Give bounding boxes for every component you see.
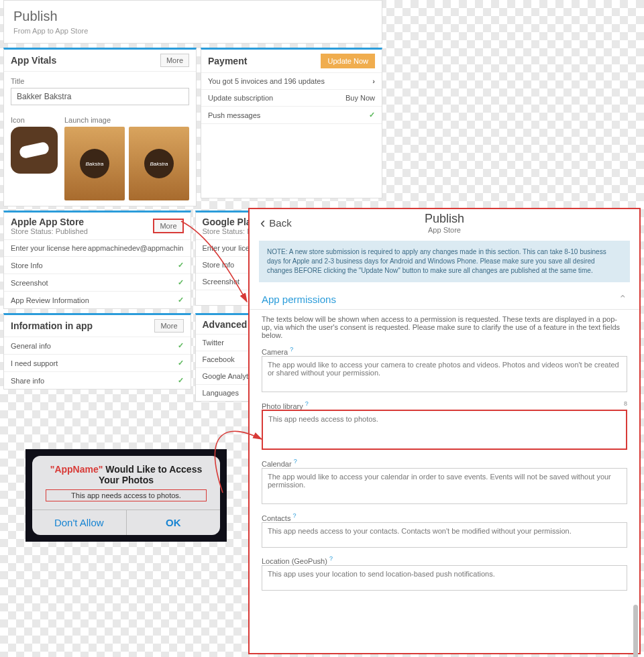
apple-license-row[interactable]: Enter your license hereappmachinedev@app… — [4, 240, 191, 257]
title-label: Title — [11, 77, 189, 85]
photo-label: Photo library ? — [262, 400, 309, 410]
check-icon: ✓ — [178, 359, 184, 367]
page-subtitle: From App to App Store — [13, 27, 372, 35]
help-icon[interactable]: ? — [305, 400, 309, 407]
calendar-label: Calendar ? — [262, 460, 297, 468]
apple-more-button[interactable]: More — [153, 219, 183, 233]
publish-detail-panel: ‹ Back Publish App Store NOTE: A new sto… — [248, 208, 641, 654]
app-title-input[interactable] — [11, 88, 189, 105]
payment-update-button[interactable]: Update Now — [321, 54, 375, 68]
check-icon: ✓ — [369, 111, 375, 119]
check-icon: ✓ — [178, 296, 184, 304]
permissions-heading: App permissions — [262, 294, 336, 305]
ios-deny-button[interactable]: Don't Allow — [32, 510, 127, 535]
char-count: 8 — [624, 400, 627, 410]
camera-label: Camera ? — [262, 348, 293, 356]
calendar-textarea[interactable] — [262, 468, 627, 504]
location-label: Location (GeoPush) ? — [262, 557, 333, 565]
permissions-intro: The texts below will be shown when acces… — [262, 315, 627, 339]
panel-title: Publish — [250, 212, 639, 226]
contacts-textarea[interactable] — [262, 522, 627, 548]
chevron-right-icon: › — [372, 77, 375, 85]
back-button[interactable]: ‹ Back — [260, 217, 292, 229]
icon-label: Icon — [11, 116, 58, 124]
contacts-label: Contacts ? — [262, 514, 297, 522]
info-heading: Information in app — [11, 320, 93, 331]
vitals-heading: App Vitals — [11, 55, 56, 66]
photo-textarea[interactable] — [262, 410, 627, 450]
payment-push-row[interactable]: Push messages✓ — [201, 107, 382, 124]
apple-status: Store Status: Published — [11, 227, 88, 235]
apple-review-row[interactable]: App Review Information✓ — [4, 292, 191, 308]
payment-heading: Payment — [208, 56, 247, 66]
payment-subscription-row[interactable]: Update subscriptionBuy Now — [201, 90, 382, 107]
help-icon[interactable]: ? — [290, 346, 293, 353]
check-icon: ✓ — [178, 376, 184, 385]
scrollbar[interactable] — [633, 605, 638, 657]
check-icon: ✓ — [178, 341, 184, 350]
payment-invoices-row[interactable]: You got 5 invoices and 196 updates› — [201, 73, 382, 90]
info-support-row[interactable]: I need support✓ — [4, 355, 191, 372]
help-icon[interactable]: ? — [294, 458, 297, 465]
location-textarea[interactable] — [262, 565, 627, 591]
ios-dialog-title: "AppName" Would Like to Access Your Phot… — [43, 464, 209, 485]
page-title: Publish — [13, 9, 372, 24]
ios-ok-button[interactable]: OK — [127, 510, 221, 535]
launch-label: Launch image — [64, 116, 189, 124]
ios-dialog-message: This app needs access to photos. — [46, 489, 207, 501]
info-share-row[interactable]: Share info✓ — [4, 372, 191, 389]
launch-image-2[interactable]: Bakstra — [129, 127, 189, 200]
info-more-button[interactable]: More — [154, 319, 183, 333]
apple-screenshot-row[interactable]: Screenshot✓ — [4, 274, 191, 292]
advanced-heading: Advanced — [203, 319, 248, 330]
check-icon: ✓ — [178, 278, 184, 287]
vitals-more-button[interactable]: More — [160, 54, 189, 67]
check-icon: ✓ — [178, 261, 184, 270]
chevron-up-icon[interactable]: ⌃ — [619, 293, 627, 305]
ios-permission-dialog: "AppName" Would Like to Access Your Phot… — [25, 449, 227, 542]
apple-store-info-row[interactable]: Store Info✓ — [4, 257, 191, 274]
note-box: NOTE: A new store submission is required… — [259, 241, 630, 282]
camera-textarea[interactable] — [262, 356, 627, 392]
help-icon[interactable]: ? — [292, 512, 296, 519]
launch-image-1[interactable]: Bakstra — [64, 127, 125, 200]
help-icon[interactable]: ? — [329, 556, 333, 562]
app-icon[interactable] — [11, 127, 58, 174]
apple-heading: Apple App Store — [11, 217, 88, 227]
info-general-row[interactable]: General info✓ — [4, 337, 191, 355]
panel-subtitle: App Store — [250, 226, 639, 234]
